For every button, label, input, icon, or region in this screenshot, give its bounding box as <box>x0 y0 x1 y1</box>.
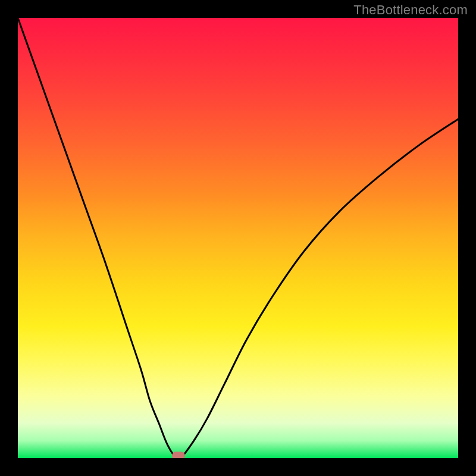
bottleneck-curve <box>18 18 458 458</box>
optimal-point-marker <box>172 452 185 458</box>
plot-area <box>18 18 458 458</box>
chart-frame: TheBottleneck.com <box>0 0 476 476</box>
watermark-text: TheBottleneck.com <box>353 2 468 18</box>
